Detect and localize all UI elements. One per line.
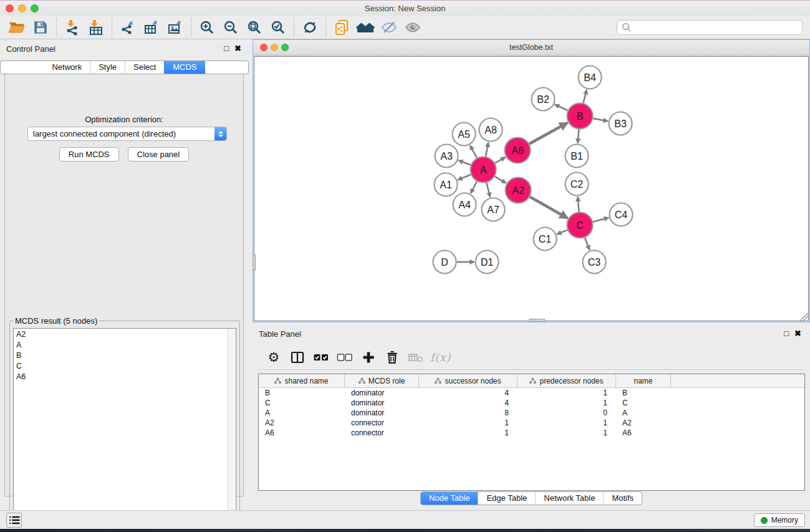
graph-edge-A-A6[interactable] (495, 157, 506, 163)
graph-node-D1[interactable]: D1 (476, 251, 499, 274)
graph-edge-A-A8[interactable] (486, 142, 488, 157)
close-panel-icon[interactable]: ✖ (234, 44, 241, 54)
hide-selected-icon[interactable] (377, 17, 401, 37)
export-table-icon[interactable] (140, 17, 163, 37)
tab-style[interactable]: Style (90, 61, 125, 74)
float-panel-icon[interactable]: □ (224, 44, 229, 54)
graph-node-A1[interactable]: A1 (435, 173, 458, 196)
graph-node-B4[interactable]: B4 (579, 66, 602, 89)
mcds-result-item[interactable]: C (14, 360, 227, 371)
table-row[interactable]: A6connector11A6 (259, 428, 804, 438)
canvas-left-grip[interactable] (253, 254, 256, 271)
column-header-successor-nodes[interactable]: successor nodes (419, 374, 518, 387)
canvas-resize-grip[interactable] (801, 313, 808, 321)
function-builder-icon[interactable]: f(x) (430, 348, 451, 367)
save-session-icon[interactable] (29, 17, 52, 37)
mcds-result-item[interactable]: A2 (14, 329, 227, 339)
graph-node-A8[interactable]: A8 (480, 118, 503, 142)
graph-edge-A6-B[interactable] (529, 123, 567, 144)
graph-node-A2[interactable]: A2 (506, 178, 531, 203)
mcds-result-item[interactable]: A (14, 339, 227, 350)
graph-node-C1[interactable]: C1 (534, 228, 557, 251)
memory-button[interactable]: Memory (754, 513, 805, 527)
column-header-predecessor-nodes[interactable]: predecessor nodes (518, 374, 616, 387)
graph-node-A4[interactable]: A4 (453, 193, 476, 216)
add-column-icon[interactable] (359, 348, 378, 367)
graph-edge-A-A1[interactable] (458, 175, 471, 180)
tab-network[interactable]: Network (44, 61, 90, 74)
graph-node-A7[interactable]: A7 (482, 198, 505, 221)
first-neighbors-icon[interactable] (354, 17, 377, 37)
graph-node-A5[interactable]: A5 (453, 123, 476, 146)
graph-node-B3[interactable]: B3 (609, 112, 632, 135)
graph-edge-B-B4[interactable] (583, 90, 587, 103)
table-row[interactable]: A2connector11A2 (259, 418, 804, 428)
search-field[interactable] (617, 20, 803, 35)
network-canvas[interactable]: B4B2BB3A5A8A6B1A3AC2A1A2A4A7C4CC1C3DD1 (254, 56, 809, 321)
graph-edge-B-B2[interactable] (555, 105, 568, 111)
table-row[interactable]: Bdominator41B (259, 388, 804, 398)
export-image-icon[interactable] (163, 17, 187, 37)
graph-edge-A-A7[interactable] (486, 183, 490, 197)
graph-node-C3[interactable]: C3 (583, 251, 606, 274)
tab-select[interactable]: Select (125, 61, 164, 74)
import-table-icon[interactable] (84, 17, 108, 37)
show-all-icon[interactable] (401, 17, 425, 37)
canvas-bottom-grip[interactable] (529, 319, 545, 322)
search-input[interactable] (632, 23, 798, 32)
criterion-dropdown[interactable]: largest connected component (directed) (27, 127, 227, 141)
new-network-from-selection-icon[interactable] (330, 17, 354, 37)
table-tab-edge-table[interactable]: Edge Table (478, 492, 535, 505)
graph-node-C4[interactable]: C4 (610, 203, 633, 226)
select-all-icon[interactable] (312, 348, 330, 367)
column-header-name[interactable]: name (616, 374, 671, 387)
zoom-selected-icon[interactable] (266, 17, 290, 37)
graph-edge-A-A4[interactable] (471, 181, 477, 193)
graph-node-B2[interactable]: B2 (532, 88, 555, 111)
graph-node-C2[interactable]: C2 (566, 173, 589, 196)
table-settings-icon[interactable]: ⚙ (264, 348, 283, 367)
graph-edge-C-C3[interactable] (585, 238, 590, 250)
export-network-icon[interactable] (116, 17, 140, 37)
graph-node-A[interactable]: A (471, 157, 496, 183)
graph-edge-B-B1[interactable] (578, 129, 579, 143)
graph-node-A6[interactable]: A6 (505, 138, 531, 163)
close-panel-button[interactable]: Close panel (128, 147, 190, 162)
graph-node-B1[interactable]: B1 (566, 145, 589, 168)
table-tab-motifs[interactable]: Motifs (603, 492, 642, 505)
show-panels-list-button[interactable] (6, 513, 22, 528)
column-header-mcds-role[interactable]: MCDS role (345, 374, 419, 387)
network-window-titlebar[interactable]: testGlobe.txt (253, 40, 809, 56)
table-row[interactable]: Cdominator41C (259, 398, 804, 408)
column-header-shared-name[interactable]: shared name (259, 374, 345, 387)
close-panel-icon[interactable]: ✖ (794, 329, 801, 339)
table-tab-node-table[interactable]: Node Table (421, 492, 478, 505)
table-row[interactable]: Adominator80A (259, 408, 804, 418)
table-tab-network-table[interactable]: Network Table (535, 492, 603, 505)
result-list-scrollbar[interactable] (228, 329, 236, 523)
delete-column-icon[interactable] (383, 348, 402, 367)
mcds-result-item[interactable]: A6 (14, 371, 227, 382)
graph-edge-C-C4[interactable] (593, 218, 609, 222)
mcds-result-item[interactable]: B (14, 350, 227, 360)
graph-node-B[interactable]: B (567, 104, 593, 129)
zoom-fit-icon[interactable] (243, 17, 266, 37)
show-columns-icon[interactable] (288, 348, 307, 367)
graph-node-D[interactable]: D (433, 251, 456, 274)
graph-edge-C-C1[interactable] (557, 230, 567, 235)
float-panel-icon[interactable]: □ (784, 329, 789, 339)
zoom-out-icon[interactable] (219, 17, 243, 37)
graph-edge-C-C2[interactable] (578, 196, 579, 211)
deselect-all-icon[interactable] (335, 348, 354, 367)
graph-edge-B-B3[interactable] (593, 118, 608, 121)
graph-edge-A-A2[interactable] (495, 177, 506, 183)
graph-edge-A2-C[interactable] (530, 197, 568, 218)
zoom-in-icon[interactable] (195, 17, 219, 37)
tab-mcds[interactable]: MCDS (164, 61, 205, 74)
graph-edge-A-A5[interactable] (470, 145, 477, 158)
open-session-icon[interactable] (5, 17, 29, 37)
refresh-icon[interactable] (298, 17, 322, 37)
delete-table-icon[interactable] (407, 348, 425, 367)
graph-node-C[interactable]: C (567, 213, 593, 238)
import-network-icon[interactable] (60, 17, 84, 37)
